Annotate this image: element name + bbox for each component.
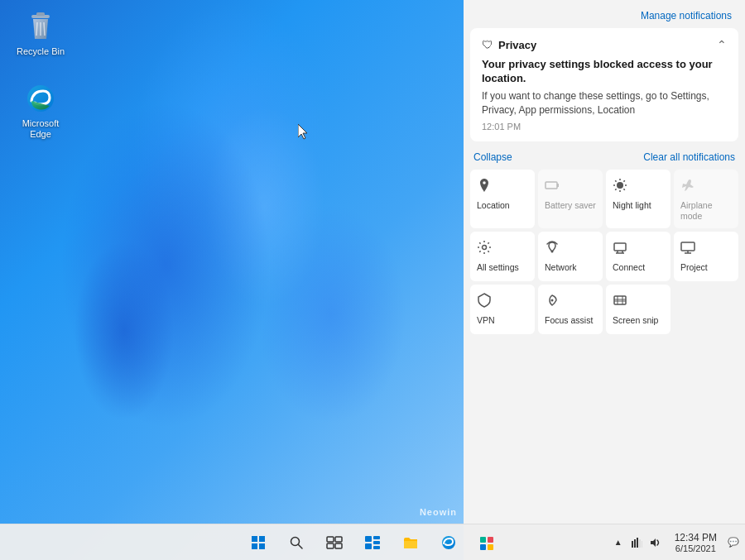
- svg-rect-7: [557, 184, 559, 187]
- vpn-icon: [477, 293, 492, 312]
- settings-icon: [477, 240, 492, 259]
- battery-icon: [545, 178, 560, 197]
- svg-rect-50: [488, 537, 493, 543]
- desktop-icon-recycle-bin[interactable]: Recycle Bin: [12, 7, 70, 60]
- focus-assist-icon: [545, 293, 560, 312]
- desktop-icon-edge[interactable]: Microsoft Edge: [12, 79, 70, 143]
- app-button[interactable]: [469, 524, 505, 561]
- svg-line-13: [615, 181, 616, 182]
- edge-taskbar-button[interactable]: [430, 524, 467, 561]
- svg-rect-46: [373, 546, 380, 549]
- screen-snip-label: Screen snip: [613, 315, 658, 326]
- search-icon: [289, 535, 304, 550]
- svg-rect-19: [614, 243, 626, 251]
- collapse-button[interactable]: Collapse: [473, 151, 512, 163]
- svg-rect-1: [36, 12, 45, 16]
- network-icon: [545, 240, 560, 259]
- svg-rect-51: [480, 544, 486, 550]
- app-icon: [478, 535, 495, 550]
- svg-rect-45: [365, 543, 372, 549]
- svg-rect-41: [335, 543, 342, 548]
- svg-rect-23: [681, 242, 695, 251]
- svg-point-26: [551, 299, 554, 301]
- network-tray-icon[interactable]: [628, 524, 645, 561]
- privacy-message-body: If you want to change these settings, go…: [482, 89, 727, 117]
- svg-rect-6: [546, 182, 557, 189]
- desktop-background: [0, 0, 464, 560]
- show-hidden-icons-button[interactable]: ▲: [610, 524, 627, 561]
- clear-all-button[interactable]: Clear all notifications: [643, 151, 735, 163]
- panel-header: Manage notifications: [464, 0, 745, 28]
- svg-rect-55: [637, 538, 638, 548]
- widgets-icon: [364, 535, 381, 550]
- file-explorer-icon: [402, 535, 419, 550]
- quick-tile-connect[interactable]: Connect: [606, 232, 670, 281]
- svg-rect-40: [327, 543, 334, 548]
- quick-tile-network[interactable]: Network: [538, 232, 603, 281]
- quick-actions-grid: Location Battery saver: [464, 170, 745, 340]
- privacy-message-title: Your privacy settings blocked access to …: [482, 58, 727, 86]
- svg-rect-49: [480, 537, 486, 543]
- svg-rect-56: [639, 539, 641, 548]
- quick-tile-all-settings[interactable]: All settings: [470, 232, 535, 281]
- quick-tile-location[interactable]: Location: [470, 170, 535, 227]
- svg-line-14: [623, 189, 624, 190]
- taskbar: ▲ 12:34 PM 6/15/2021: [0, 524, 745, 560]
- privacy-header: 🛡 Privacy ⌃: [482, 38, 727, 51]
- widgets-button[interactable]: [354, 524, 391, 561]
- notification-tray-button[interactable]: 💬: [725, 524, 742, 561]
- all-settings-label: All settings: [477, 262, 519, 273]
- start-button[interactable]: [240, 524, 276, 561]
- chevron-up-icon[interactable]: ⌃: [717, 38, 727, 51]
- project-icon: [680, 240, 695, 259]
- task-view-button[interactable]: [316, 524, 353, 561]
- quick-tile-focus-assist[interactable]: Focus assist: [538, 285, 603, 334]
- svg-rect-47: [404, 541, 417, 548]
- svg-line-15: [623, 181, 624, 182]
- svg-rect-43: [373, 536, 380, 539]
- quick-tile-vpn[interactable]: VPN: [470, 285, 535, 334]
- location-icon: [477, 178, 492, 197]
- svg-line-37: [299, 544, 303, 548]
- focus-assist-label: Focus assist: [545, 315, 593, 326]
- recycle-bin-icon: [24, 10, 57, 43]
- quick-actions-toolbar: Collapse Clear all notifications: [464, 148, 745, 170]
- svg-rect-44: [373, 541, 380, 544]
- search-button[interactable]: [278, 524, 315, 561]
- desktop: Recycle Bin Microsoft: [0, 0, 464, 560]
- svg-rect-32: [252, 536, 257, 542]
- system-tray: ▲: [607, 524, 666, 561]
- quick-tile-night-light[interactable]: Night light: [606, 170, 670, 227]
- quick-actions-area: Collapse Clear all notifications Locatio…: [464, 148, 745, 560]
- svg-rect-33: [259, 536, 265, 542]
- clock-date: 6/15/2021: [675, 543, 716, 553]
- screen-snip-icon: [613, 293, 627, 312]
- taskbar-right: ▲ 12:34 PM 6/15/2021: [607, 524, 745, 561]
- quick-tile-screen-snip[interactable]: Screen snip: [606, 285, 670, 334]
- svg-rect-38: [327, 537, 334, 542]
- location-label: Location: [477, 200, 510, 211]
- windows-logo-icon: [251, 535, 266, 550]
- taskbar-center: [240, 524, 505, 561]
- privacy-notification: 🛡 Privacy ⌃ Your privacy settings blocke…: [470, 28, 738, 141]
- task-view-icon: [326, 536, 343, 549]
- svg-point-17: [483, 245, 487, 249]
- svg-point-18: [551, 250, 554, 252]
- svg-line-2: [36, 22, 37, 36]
- volume-tray-icon[interactable]: [646, 524, 663, 561]
- svg-line-16: [615, 189, 616, 190]
- svg-point-8: [617, 182, 623, 189]
- recycle-bin-label: Recycle Bin: [17, 46, 65, 57]
- svg-line-4: [44, 22, 45, 36]
- svg-rect-35: [259, 543, 265, 549]
- clock[interactable]: 12:34 PM 6/15/2021: [668, 524, 723, 561]
- manage-notifications-link[interactable]: Manage notifications: [641, 10, 732, 22]
- svg-rect-39: [335, 537, 342, 542]
- project-label: Project: [680, 262, 708, 273]
- quick-tile-airplane-mode: Airplane mode: [674, 170, 738, 227]
- network-label: Network: [545, 262, 577, 273]
- privacy-notification-time: 12:01 PM: [482, 122, 727, 132]
- vpn-label: VPN: [477, 315, 495, 326]
- file-explorer-button[interactable]: [392, 524, 429, 561]
- quick-tile-project[interactable]: Project: [674, 232, 738, 281]
